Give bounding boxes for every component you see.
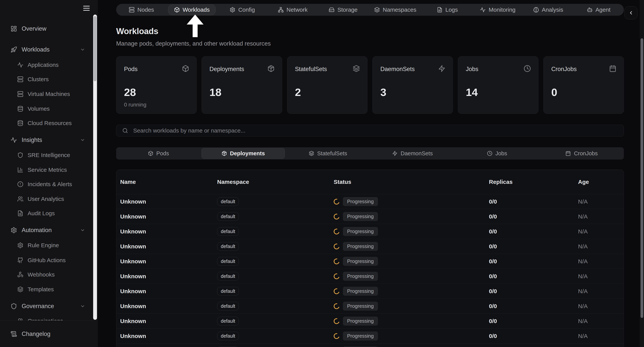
workload-name: Unknown [120, 303, 217, 310]
sidebar-item-automation[interactable]: Automation [0, 224, 93, 236]
tab-jobs[interactable]: Jobs [456, 148, 538, 159]
table-row[interactable]: Unknown default Progressing 0/0 N/A [116, 194, 624, 209]
sidebar-item-applications[interactable]: Applications [0, 59, 93, 71]
nav-tab-workloads[interactable]: Workloads [168, 4, 216, 15]
nav-tab-storage[interactable]: Storage [323, 4, 363, 15]
table-row[interactable]: Unknown default Progressing 0/0 N/A [116, 314, 624, 329]
nav-tab-analysis[interactable]: Analysis [528, 4, 569, 15]
tab-statefulsets[interactable]: StatefulSets [286, 148, 369, 159]
progressing-spinner-icon [333, 257, 340, 265]
tab-daemonsets[interactable]: DaemonSets [371, 148, 454, 159]
workload-age: N/A [578, 213, 624, 220]
sidebar-item-workloads[interactable]: Workloads [0, 43, 93, 56]
tab-deployments[interactable]: Deployments [202, 148, 285, 159]
table-row[interactable]: Unknown default Progressing 0/0 N/A [116, 343, 624, 347]
page-scrollbar-thumb[interactable] [640, 38, 643, 318]
webhook-icon [17, 272, 24, 278]
collapse-nav-button[interactable] [624, 6, 638, 19]
table-row[interactable]: Unknown default Progressing 0/0 N/A [116, 299, 624, 314]
namespace-badge: default [217, 272, 239, 281]
status-badge: Progressing [343, 257, 378, 266]
stat-card-pods[interactable]: Pods 28 0 running [116, 56, 197, 114]
namespace-badge: default [217, 197, 239, 206]
chevron-down-icon [80, 47, 85, 52]
nav-tab-agent[interactable]: Agent [581, 4, 616, 15]
sidebar-item-label: Governance [22, 303, 54, 310]
workload-age: N/A [578, 243, 624, 250]
workloads-table: Name Namespace Status Replicas Age Unkno… [116, 169, 624, 347]
sidebar-item-clusters[interactable]: Clusters [0, 73, 93, 85]
table-row[interactable]: Unknown default Progressing 0/0 N/A [116, 269, 624, 284]
stat-card-title: Deployments [210, 66, 274, 73]
sidebar-item-audit-logs[interactable]: Audit Logs [0, 207, 93, 219]
table-row[interactable]: Unknown default Progressing 0/0 N/A [116, 209, 624, 224]
tab-cronjobs[interactable]: CronJobs [540, 148, 623, 159]
sidebar-item-virtual-machines[interactable]: Virtual Machines [0, 88, 93, 100]
sidebar-item-label: Rule Engine [28, 242, 59, 249]
shield-icon [10, 303, 17, 310]
nav-tab-namespaces[interactable]: Namespaces [368, 4, 422, 15]
nav-tab-monitoring[interactable]: Monitoring [474, 4, 521, 15]
gear-icon [10, 227, 17, 233]
replicas-count: 0/0 [489, 333, 578, 339]
page-scrollbar-track[interactable] [640, 0, 644, 347]
calendar-icon [609, 65, 616, 72]
nav-tab-nodes[interactable]: Nodes [123, 4, 160, 15]
sidebar-item-webhooks[interactable]: Webhooks [0, 269, 93, 281]
replicas-count: 0/0 [489, 258, 578, 265]
namespace-badge: default [217, 212, 239, 221]
column-header-name: Name [120, 179, 217, 185]
table-row[interactable]: Unknown default Progressing 0/0 N/A [116, 224, 624, 239]
progressing-spinner-icon [333, 287, 340, 295]
status-badge: Progressing [343, 227, 378, 236]
sidebar-item-github-actions[interactable]: GitHub Actions [0, 254, 93, 266]
table-row[interactable]: Unknown default Progressing 0/0 N/A [116, 329, 624, 343]
nav-tab-logs[interactable]: Logs [431, 4, 464, 15]
package-icon [222, 151, 227, 156]
sidebar-item-rule-engine[interactable]: Rule Engine [0, 239, 93, 251]
tab-pods[interactable]: Pods [117, 148, 200, 159]
menu-toggle-icon[interactable] [83, 6, 90, 11]
table-row[interactable]: Unknown default Progressing 0/0 N/A [116, 239, 624, 254]
table-row[interactable]: Unknown default Progressing 0/0 N/A [116, 254, 624, 269]
column-header-age: Age [578, 179, 624, 185]
github-icon [17, 257, 24, 263]
cursor-arrow-pointer [187, 14, 204, 37]
zap-icon [438, 65, 446, 72]
sidebar-item-user-analytics[interactable]: User Analytics [0, 193, 93, 205]
stat-card-jobs[interactable]: Jobs 14 [458, 56, 538, 114]
activity-icon [17, 62, 24, 68]
sidebar-item-overview[interactable]: Overview [0, 22, 93, 35]
sidebar-item-governance[interactable]: Governance [0, 300, 93, 312]
stat-card-cronjobs[interactable]: CronJobs 0 [544, 56, 624, 114]
sidebar-item-label: Templates [28, 286, 54, 293]
bot-icon [587, 7, 593, 13]
sidebar-item-insights[interactable]: Insights [0, 134, 93, 146]
stat-card-daemonsets[interactable]: DaemonSets 3 [372, 56, 453, 114]
brain-icon [533, 7, 539, 13]
sidebar-item-label: Cloud Resources [28, 120, 72, 126]
table-row[interactable]: Unknown default Progressing 0/0 N/A [116, 284, 624, 299]
sidebar-scrollbar-thumb[interactable] [94, 16, 96, 81]
resource-type-tabs: Pods Deployments StatefulSets DaemonSets… [116, 147, 624, 160]
server-icon [17, 91, 24, 97]
tab-label: Pods [156, 150, 169, 157]
sidebar: Overview Workloads Applications Clusters… [0, 0, 98, 347]
stat-card-deployments[interactable]: Deployments 18 [202, 56, 282, 114]
search-icon [122, 128, 128, 133]
clock-icon [487, 151, 492, 156]
sidebar-item-templates[interactable]: Templates [0, 283, 93, 296]
stat-card-title: Pods [124, 66, 189, 73]
search-input[interactable] [116, 125, 624, 137]
sidebar-item-service-metrics[interactable]: Service Metrics [0, 164, 93, 176]
nav-tab-config[interactable]: Config [224, 4, 261, 15]
stat-card-statefulsets[interactable]: StatefulSets 2 [287, 56, 368, 114]
sidebar-item-changelog[interactable]: Changelog [0, 321, 98, 347]
nav-tab-network[interactable]: Network [272, 4, 314, 15]
sidebar-item-cloud-resources[interactable]: Cloud Resources [0, 117, 93, 129]
replicas-count: 0/0 [489, 198, 578, 205]
status-badge: Progressing [343, 332, 378, 341]
sidebar-item-sre-intelligence[interactable]: SRE Intelligence [0, 149, 93, 161]
sidebar-item-volumes[interactable]: Volumes [0, 103, 93, 115]
sidebar-item-incidents-alerts[interactable]: Incidents & Alerts [0, 178, 93, 190]
